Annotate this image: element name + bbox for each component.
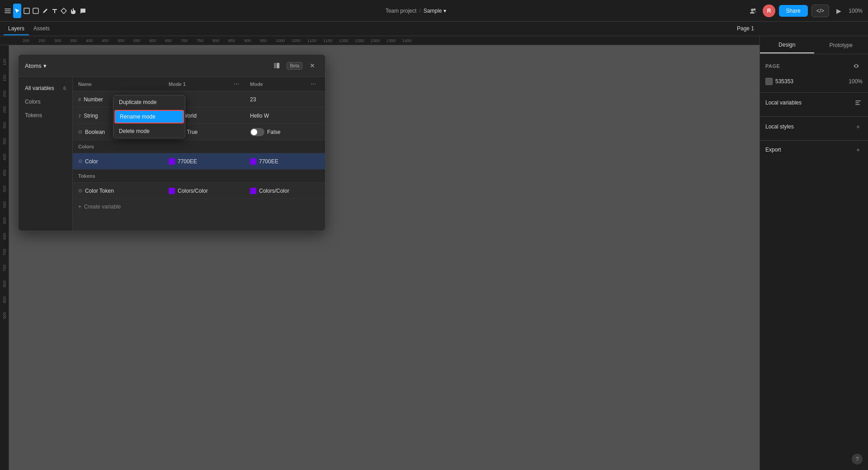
tab-design[interactable]: Design bbox=[760, 37, 814, 53]
canvas-content[interactable]: Atoms ▾ Beta ✕ bbox=[9, 45, 760, 470]
toggle-sidebar-icon[interactable] bbox=[270, 59, 283, 72]
local-styles-header: Local styles + bbox=[765, 122, 863, 131]
canvas-area[interactable]: 200250300 350400450 500550600 650700750 … bbox=[0, 36, 760, 470]
mode1-menu-btn[interactable]: ⋯ bbox=[234, 81, 239, 87]
pen-tool[interactable] bbox=[41, 4, 50, 18]
table-row-color-token[interactable]: ⊙ Color Token Colors/Color Colors/Color bbox=[73, 183, 325, 199]
help-button[interactable]: ? bbox=[852, 454, 863, 465]
tab-page1[interactable]: Page 1 bbox=[731, 23, 760, 35]
avatar: R bbox=[763, 5, 775, 17]
svg-point-10 bbox=[751, 9, 754, 11]
project-info: Team project / Sample ▾ bbox=[90, 8, 741, 14]
table-row-number: # Number 67 23 bbox=[73, 91, 325, 108]
local-variables-header: Local variables bbox=[765, 98, 863, 107]
ctx-duplicate-mode[interactable]: Duplicate mode bbox=[113, 95, 185, 109]
svg-rect-1 bbox=[5, 10, 11, 11]
table-row-boolean: ⊙ Boolean True False bbox=[73, 124, 325, 140]
table-header: Name Mode 1 ⋯ Mode ⋯ + bbox=[73, 77, 325, 91]
project-name: Team project bbox=[386, 8, 417, 14]
local-styles-add-btn[interactable]: + bbox=[854, 122, 863, 131]
move-tool[interactable] bbox=[13, 4, 22, 18]
variables-panel: Atoms ▾ Beta ✕ bbox=[18, 54, 326, 231]
vp-table: Name Mode 1 ⋯ Mode ⋯ + bbox=[73, 77, 325, 231]
svg-rect-16 bbox=[855, 104, 860, 105]
export-add-btn[interactable]: + bbox=[854, 145, 863, 154]
shape-tool[interactable] bbox=[32, 4, 40, 18]
add-mode-btn[interactable]: + bbox=[321, 80, 325, 88]
token-icon: ⊙ bbox=[78, 188, 82, 194]
number-icon: # bbox=[78, 97, 81, 102]
export-label: Export bbox=[765, 147, 781, 153]
atoms-dropdown[interactable]: Atoms ▾ bbox=[25, 62, 47, 69]
table-row-string: T String Hello World Hello W bbox=[73, 108, 325, 124]
ctx-rename-mode[interactable]: Rename mode bbox=[114, 110, 184, 123]
string-mode2-val[interactable]: Hello W bbox=[245, 113, 321, 119]
page-opacity-value[interactable]: 100% bbox=[849, 78, 863, 85]
svg-rect-3 bbox=[24, 8, 29, 14]
page-section-header: Page bbox=[765, 60, 863, 72]
color-swatch-mode2 bbox=[250, 158, 256, 165]
svg-rect-15 bbox=[855, 102, 859, 103]
toolbar-tools bbox=[0, 4, 90, 18]
toolbar-right: R Share </> ▶ 100% bbox=[741, 5, 868, 17]
col-header-mode1: Mode 1 ⋯ bbox=[163, 81, 245, 87]
svg-marker-9 bbox=[61, 8, 66, 14]
vp-header: Atoms ▾ Beta ✕ bbox=[19, 55, 325, 77]
create-variable-btn[interactable]: + Create variable bbox=[73, 199, 325, 214]
col-header-mode2: Mode ⋯ bbox=[245, 81, 321, 87]
svg-rect-2 bbox=[5, 12, 11, 13]
comment-tool[interactable] bbox=[78, 4, 87, 18]
boolean-mode2: False bbox=[245, 128, 321, 136]
svg-rect-8 bbox=[33, 8, 38, 14]
string-icon: T bbox=[78, 113, 81, 119]
tab-assets[interactable]: Assets bbox=[29, 23, 54, 35]
collab-icon[interactable] bbox=[747, 5, 759, 17]
local-variables-label: Local variables bbox=[765, 100, 802, 106]
export-section: Export + bbox=[760, 141, 868, 159]
hand-tool[interactable] bbox=[69, 4, 78, 18]
color-mode2: 7700EE bbox=[245, 158, 321, 165]
color-mode1: 7700EE bbox=[163, 158, 245, 165]
close-panel-icon[interactable]: ✕ bbox=[306, 59, 319, 72]
tabs-row: Layers Assets Page 1 bbox=[0, 22, 868, 36]
file-name[interactable]: Sample ▾ bbox=[424, 8, 447, 14]
text-tool[interactable] bbox=[50, 4, 59, 18]
tab-prototype[interactable]: Prototype bbox=[814, 38, 868, 53]
ruler-left: 100150200 250300350 400450500 550600650 … bbox=[0, 45, 9, 470]
component-tool[interactable] bbox=[60, 4, 68, 18]
boolean-toggle-off[interactable] bbox=[250, 128, 264, 136]
sidebar-colors[interactable]: Colors bbox=[19, 95, 72, 109]
ctx-delete-mode[interactable]: Delete mode bbox=[113, 124, 185, 138]
mode2-menu-btn[interactable]: ⋯ bbox=[311, 81, 316, 87]
code-button[interactable]: </> bbox=[811, 5, 829, 17]
sidebar-all-variables[interactable]: All variables 6 bbox=[19, 81, 72, 95]
svg-rect-0 bbox=[5, 9, 11, 9]
page-color-value[interactable]: 535353 bbox=[775, 78, 846, 85]
main-area: 200250300 350400450 500550600 650700750 … bbox=[0, 36, 868, 470]
frame-tool[interactable] bbox=[22, 4, 31, 18]
play-button[interactable]: ▶ bbox=[833, 5, 845, 17]
separator: / bbox=[419, 8, 420, 14]
token-mode2: Colors/Color bbox=[245, 188, 321, 194]
share-button[interactable]: Share bbox=[779, 5, 808, 17]
number-mode2-val[interactable]: 23 bbox=[245, 96, 321, 103]
ruler-marks-top: 200250300 350400450 500550600 650700750 … bbox=[23, 38, 418, 43]
toolbar: Team project / Sample ▾ R Share </> ▶ 10… bbox=[0, 0, 868, 22]
right-panel: Design Prototype Page 535353 100% Local … bbox=[760, 36, 868, 470]
sidebar-tokens[interactable]: Tokens bbox=[19, 109, 72, 122]
color-var-icon: ⊙ bbox=[78, 158, 82, 164]
boolean-icon: ⊙ bbox=[78, 129, 82, 135]
vp-header-right: Beta ✕ bbox=[270, 59, 319, 72]
page-section-title: Page bbox=[765, 63, 780, 69]
menu-tool[interactable] bbox=[4, 4, 12, 18]
local-variables-icon[interactable] bbox=[854, 98, 863, 107]
vp-sidebar: All variables 6 Colors Tokens bbox=[19, 77, 73, 231]
local-styles-label: Local styles bbox=[765, 123, 794, 130]
local-styles-section: Local styles + bbox=[760, 117, 868, 141]
table-row-color[interactable]: ⊙ Color 7700EE 7700EE bbox=[73, 153, 325, 170]
page-visibility-icon[interactable] bbox=[850, 60, 863, 72]
tab-layers[interactable]: Layers bbox=[4, 23, 29, 35]
vp-header-left: Atoms ▾ bbox=[25, 62, 47, 69]
token-swatch-mode2 bbox=[250, 188, 256, 194]
page-color-swatch[interactable] bbox=[765, 78, 773, 85]
